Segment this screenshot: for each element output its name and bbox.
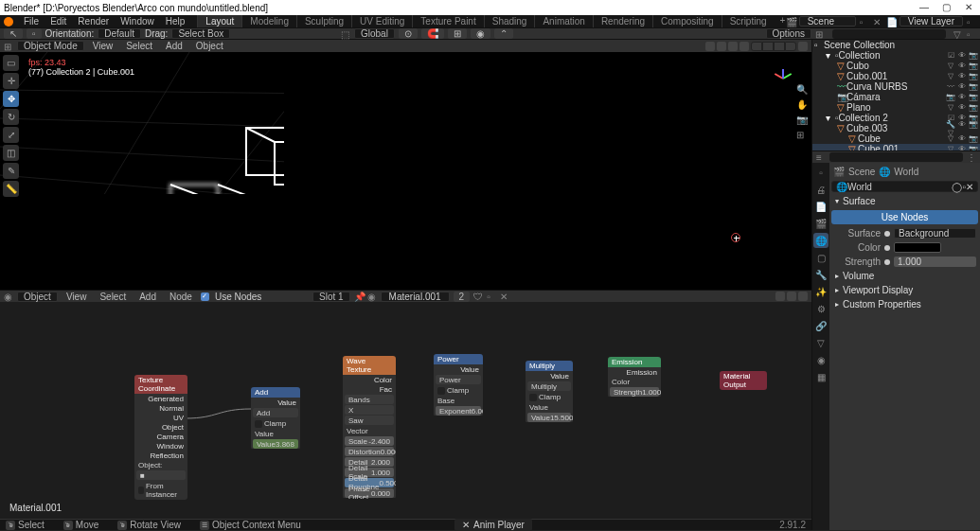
outliner-display-icon[interactable]: ⊞ xyxy=(815,29,825,39)
node-material-output[interactable]: Material Output xyxy=(720,371,767,390)
transform-orientation-icon[interactable]: ⬚ xyxy=(341,29,350,39)
constraint-tab-icon[interactable]: 🔗 xyxy=(813,318,829,333)
new-material-icon[interactable]: ▫ xyxy=(487,292,496,301)
measure-tool[interactable]: 📏 xyxy=(3,181,19,197)
material-users[interactable]: 2 xyxy=(454,292,471,302)
menu-window[interactable]: Window xyxy=(116,16,159,27)
node-texture-coordinate[interactable]: Texture Coordinate Generated Normal UV O… xyxy=(134,375,187,500)
render-icon[interactable]: 📷 xyxy=(969,51,978,60)
shading-solid-icon[interactable] xyxy=(762,42,774,51)
render-tab-icon[interactable]: ▫ xyxy=(813,165,829,180)
tab-sculpting[interactable]: Sculpting xyxy=(296,15,351,27)
props-editor-icon[interactable]: ≡ xyxy=(816,152,826,162)
tab-compositing[interactable]: Compositing xyxy=(652,15,722,27)
cursor-tool[interactable]: ✛ xyxy=(3,73,19,89)
tab-layout[interactable]: Layout xyxy=(197,15,241,27)
node-math-multiply[interactable]: Multiply Value Multiply Clamp Value Valu… xyxy=(526,361,573,423)
camera-view-icon[interactable]: 📷 xyxy=(796,115,808,126)
node-overlay-icon[interactable] xyxy=(775,292,785,301)
nav-gizmo[interactable] xyxy=(772,58,794,80)
3d-viewport[interactable]: ▭ ✛ ✥ ↻ ⤢ ◫ ✎ 📏 fps: 23.43 (77) Collecti… xyxy=(0,52,811,290)
node-menu-view[interactable]: View xyxy=(62,292,92,302)
node-snap-icon[interactable] xyxy=(787,292,796,301)
props-options-icon[interactable]: ⋮ xyxy=(967,152,976,162)
slot-dropdown[interactable]: Slot 1 xyxy=(312,292,350,302)
world-browse-icon[interactable]: ◯▫✕ xyxy=(952,182,973,192)
node-editor[interactable]: Texture Coordinate Generated Normal UV O… xyxy=(0,302,811,519)
world-datablock[interactable]: 🌐World ◯▫✕ xyxy=(831,181,978,192)
physics-tab-icon[interactable]: ⚙ xyxy=(813,301,829,316)
particle-tab-icon[interactable]: ✨ xyxy=(813,284,829,299)
perspective-icon[interactable]: ⊞ xyxy=(796,130,808,141)
vp-menu-add[interactable]: Add xyxy=(161,41,187,51)
surface-shader-dropdown[interactable]: Background xyxy=(894,228,976,239)
viewport-panel-header[interactable]: Viewport Display xyxy=(831,283,978,297)
rotate-tool[interactable]: ↻ xyxy=(3,109,19,125)
material-name-field[interactable]: Material.001 xyxy=(381,292,450,302)
transform-global-dropdown[interactable]: Global xyxy=(354,28,395,39)
proportional-type-icon[interactable]: ⌃ xyxy=(494,28,513,39)
snap-icon[interactable]: 🧲 xyxy=(421,28,444,39)
texture-tab-icon[interactable]: ▦ xyxy=(813,369,829,384)
node-menu-node[interactable]: Node xyxy=(165,292,197,302)
use-nodes-button[interactable]: Use Nodes xyxy=(831,210,978,224)
delete-scene-icon[interactable]: ✕ xyxy=(873,17,882,27)
tab-scripting[interactable]: Scripting xyxy=(722,15,775,27)
proportional-icon[interactable]: ◉ xyxy=(471,28,490,39)
node-menu-add[interactable]: Add xyxy=(134,292,161,302)
outliner-new-icon[interactable]: ▫ xyxy=(967,29,976,39)
outliner-filter-icon[interactable]: ▽ xyxy=(953,29,963,39)
node-editor-type-icon[interactable]: ◉ xyxy=(4,292,13,301)
cursor-tool-btn[interactable]: ↖ xyxy=(4,28,23,39)
scene-tab-icon[interactable]: 🎬 xyxy=(813,216,829,231)
transform-tool[interactable]: ◫ xyxy=(3,145,19,161)
collection-icon[interactable]: ▾ xyxy=(826,50,835,61)
object-picker[interactable]: ■ xyxy=(136,470,186,480)
menu-help[interactable]: Help xyxy=(161,16,190,27)
eye-icon[interactable]: 👁 xyxy=(957,51,967,60)
vp-menu-select[interactable]: Select xyxy=(121,41,157,51)
vp-menu-object[interactable]: Object xyxy=(191,41,228,51)
shading-wireframe-icon[interactable] xyxy=(751,42,762,51)
node-math-power[interactable]: Power Value Power Clamp Base Exponent6.0… xyxy=(434,354,483,416)
select-box-tool[interactable]: ▭ xyxy=(3,55,19,71)
outliner-search[interactable] xyxy=(832,29,946,39)
node-pin-icon[interactable] xyxy=(798,292,808,301)
fake-user-icon[interactable]: 🛡 xyxy=(473,292,483,301)
shading-rendered-icon[interactable] xyxy=(785,42,796,51)
overlays-icon[interactable] xyxy=(728,42,738,51)
node-object-dropdown[interactable]: Object xyxy=(17,292,58,302)
world-tab-icon[interactable]: 🌐 xyxy=(813,233,829,248)
view-obj-types-icon[interactable] xyxy=(705,42,715,51)
scene-field[interactable]: Scene xyxy=(799,16,856,27)
drag-dropdown[interactable]: Select Box xyxy=(171,28,230,39)
material-tab-icon[interactable]: ◉ xyxy=(813,352,829,367)
tab-animation[interactable]: Animation xyxy=(534,15,592,27)
world-color-swatch[interactable] xyxy=(894,242,941,253)
options-dropdown[interactable]: Options xyxy=(766,28,811,39)
menu-render[interactable]: Render xyxy=(73,16,114,27)
custom-panel-header[interactable]: Custom Properties xyxy=(831,297,978,311)
node-wave-texture[interactable]: Wave Texture Color Fac Bands X Saw Vecto… xyxy=(343,356,396,499)
select-tool-btn[interactable]: ▫ xyxy=(27,28,42,39)
vp-menu-view[interactable]: View xyxy=(88,41,118,51)
zoom-icon[interactable]: 🔍 xyxy=(796,84,808,96)
gizmo-toggle-icon[interactable] xyxy=(717,42,726,51)
shading-matprev-icon[interactable] xyxy=(774,42,785,51)
close-button[interactable]: ✕ xyxy=(965,2,976,13)
viewlayer-tab-icon[interactable]: 📄 xyxy=(813,199,829,214)
node-math-add[interactable]: Add Value Add Clamp Value Value3.868 xyxy=(251,387,300,450)
object-tab-icon[interactable]: ▢ xyxy=(813,250,829,265)
modifier-tab-icon[interactable]: 🔧 xyxy=(813,267,829,282)
tab-shading[interactable]: Shading xyxy=(484,15,535,27)
surface-panel-header[interactable]: Surface xyxy=(831,194,978,208)
tab-modeling[interactable]: Modeling xyxy=(241,15,296,27)
tab-uv[interactable]: UV Editing xyxy=(351,15,412,27)
pin-icon[interactable]: 📌 xyxy=(354,292,364,301)
shading-options-icon[interactable] xyxy=(798,42,808,51)
material-browse-icon[interactable]: ◉ xyxy=(367,292,377,301)
xray-icon[interactable] xyxy=(739,42,749,51)
menu-edit[interactable]: Edit xyxy=(45,16,71,27)
orientation-dropdown[interactable]: Default xyxy=(98,28,141,39)
checkbox-icon[interactable]: ☑ xyxy=(946,51,955,60)
